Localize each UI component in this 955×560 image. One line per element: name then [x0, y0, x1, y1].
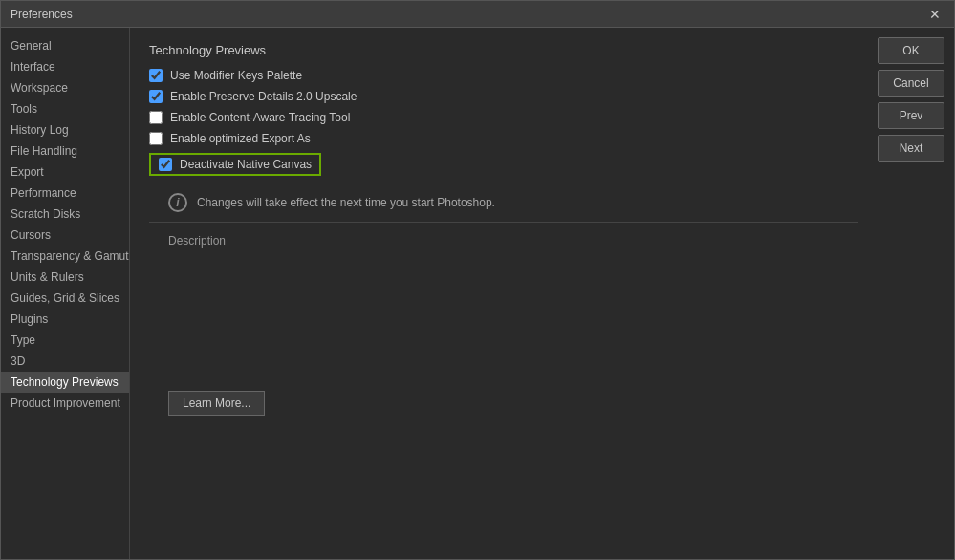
window-title: Preferences [11, 8, 73, 21]
title-bar: Preferences ✕ [1, 1, 954, 28]
close-button[interactable]: ✕ [925, 6, 944, 23]
info-message: Changes will take effect the next time y… [197, 196, 495, 209]
checkbox-preserve-label: Enable Preserve Details 2.0 Upscale [170, 90, 357, 103]
content-area: GeneralInterfaceWorkspaceToolsHistory Lo… [1, 28, 954, 559]
sidebar-item-tools[interactable]: Tools [1, 98, 129, 119]
checkbox-modifier-label: Use Modifier Keys Palette [170, 69, 302, 82]
sidebar-item-scratch-disks[interactable]: Scratch Disks [1, 204, 129, 225]
sidebar-item-transparency-gamut[interactable]: Transparency & Gamut [1, 246, 129, 267]
sidebar-item-type[interactable]: Type [1, 330, 129, 351]
checkbox-deactivate-label: Deactivate Native Canvas [180, 158, 312, 171]
checkbox-row-preserve: Enable Preserve Details 2.0 Upscale [149, 90, 858, 103]
right-buttons-panel: OK Cancel Prev Next [878, 28, 954, 559]
next-button[interactable]: Next [878, 135, 944, 162]
sidebar-item-product-improvement[interactable]: Product Improvement [1, 393, 129, 414]
sidebar-item-3d[interactable]: 3D [1, 351, 129, 372]
info-bar: i Changes will take effect the next time… [149, 183, 858, 222]
description-section: Description [149, 223, 858, 381]
checkbox-row-content-aware: Enable Content-Aware Tracing Tool [149, 111, 858, 124]
preferences-window: Preferences ✕ GeneralInterfaceWorkspaceT… [0, 0, 955, 560]
description-title: Description [168, 234, 839, 248]
section-title: Technology Previews [149, 43, 858, 57]
checkbox-preserve[interactable] [149, 90, 163, 103]
learn-more-button[interactable]: Learn More... [168, 391, 265, 416]
sidebar-item-general[interactable]: General [1, 35, 129, 56]
description-content [168, 255, 839, 370]
sidebar-item-interface[interactable]: Interface [1, 56, 129, 77]
checkbox-content-aware[interactable] [149, 111, 163, 124]
highlighted-checkbox-container: Deactivate Native Canvas [149, 153, 321, 176]
checkbox-deactivate[interactable] [159, 158, 172, 171]
sidebar-item-cursors[interactable]: Cursors [1, 225, 129, 246]
checkbox-row-deactivate: Deactivate Native Canvas [149, 153, 858, 176]
sidebar-item-history-log[interactable]: History Log [1, 119, 129, 140]
ok-button[interactable]: OK [878, 37, 944, 64]
sidebar-item-plugins[interactable]: Plugins [1, 309, 129, 330]
sidebar-item-workspace[interactable]: Workspace [1, 77, 129, 98]
cancel-button[interactable]: Cancel [878, 70, 944, 97]
sidebar-item-file-handling[interactable]: File Handling [1, 140, 129, 162]
prev-button[interactable]: Prev [878, 102, 944, 129]
checkbox-row-export: Enable optimized Export As [149, 132, 858, 145]
sidebar: GeneralInterfaceWorkspaceToolsHistory Lo… [1, 28, 130, 559]
sidebar-item-technology-previews[interactable]: Technology Previews [1, 372, 129, 393]
checkbox-row-modifier: Use Modifier Keys Palette [149, 69, 858, 82]
checkbox-content-aware-label: Enable Content-Aware Tracing Tool [170, 111, 350, 124]
info-icon: i [168, 193, 187, 212]
sidebar-item-units-rulers[interactable]: Units & Rulers [1, 267, 129, 288]
sidebar-item-export[interactable]: Export [1, 162, 129, 183]
checkbox-export-label: Enable optimized Export As [170, 132, 311, 145]
sidebar-item-guides-grid-slices[interactable]: Guides, Grid & Slices [1, 288, 129, 309]
sidebar-item-performance[interactable]: Performance [1, 183, 129, 204]
main-panel: Technology Previews Use Modifier Keys Pa… [130, 28, 878, 559]
checkbox-export[interactable] [149, 132, 163, 145]
main-content: Technology Previews Use Modifier Keys Pa… [130, 28, 878, 559]
checkbox-modifier[interactable] [149, 69, 163, 82]
